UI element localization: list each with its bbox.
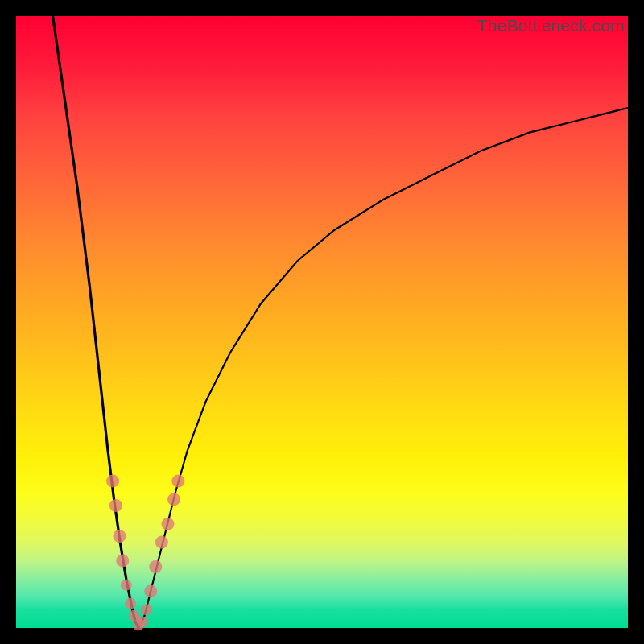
data-marker bbox=[161, 518, 174, 530]
data-marker bbox=[141, 604, 152, 615]
curve-svg bbox=[16, 16, 628, 628]
data-marker bbox=[116, 554, 129, 567]
data-marker bbox=[155, 536, 168, 549]
data-marker bbox=[121, 580, 132, 591]
data-marker bbox=[171, 475, 184, 488]
data-markers bbox=[106, 475, 184, 631]
plot-area bbox=[16, 16, 628, 628]
chart-container: TheBottleneck.com bbox=[0, 0, 644, 644]
watermark-text: TheBottleneck.com bbox=[477, 16, 625, 35]
data-marker bbox=[137, 616, 148, 627]
data-marker bbox=[106, 475, 119, 488]
data-marker bbox=[125, 598, 136, 609]
data-marker bbox=[113, 530, 126, 543]
data-marker bbox=[149, 560, 162, 573]
data-marker bbox=[109, 499, 122, 512]
curve-right-path bbox=[138, 108, 628, 628]
data-marker bbox=[144, 584, 157, 597]
data-marker bbox=[167, 493, 180, 506]
